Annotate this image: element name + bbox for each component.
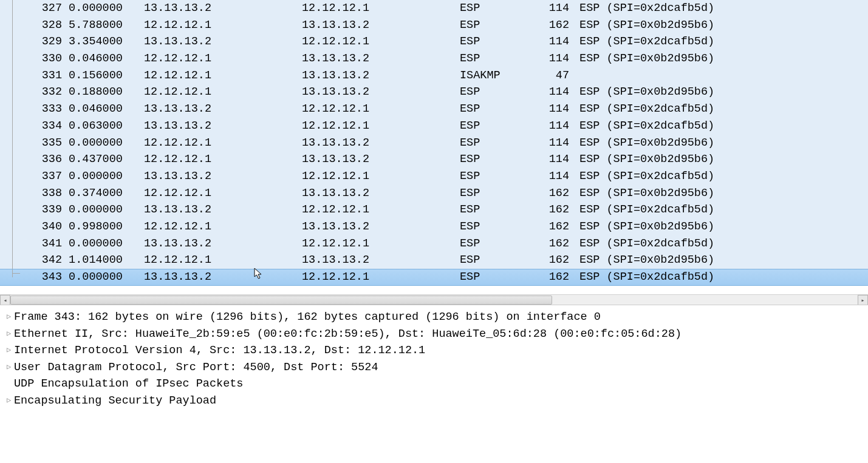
packet-destination: 13.13.13.2 <box>302 135 460 152</box>
packet-source: 13.13.13.2 <box>135 0 302 17</box>
packet-protocol: ESP <box>460 168 527 185</box>
packet-info: ESP (SPI=0x2dcafb5d) <box>573 168 714 185</box>
packet-destination: 12.12.12.1 <box>302 118 460 135</box>
packet-info: ESP (SPI=0x0b2d95b6) <box>573 17 714 34</box>
tree-marker-icon <box>12 33 18 50</box>
packet-info: ESP (SPI=0x0b2d95b6) <box>573 50 714 67</box>
packet-time: 0.998000 <box>62 218 135 235</box>
packet-protocol: ESP <box>460 185 527 202</box>
packet-row[interactable]: 334 0.06300013.13.13.212.12.12.1ESP114 E… <box>0 118 868 135</box>
packet-info: ESP (SPI=0x0b2d95b6) <box>573 252 714 269</box>
packet-info: ESP (SPI=0x0b2d95b6) <box>573 84 714 101</box>
packet-protocol: ESP <box>460 218 527 235</box>
packet-list-pane[interactable]: 327 0.00000013.13.13.212.12.12.1ESP114 E… <box>0 0 868 295</box>
packet-row[interactable]: 337 0.00000013.13.13.212.12.12.1ESP114 E… <box>0 168 868 185</box>
packet-source: 13.13.13.2 <box>135 118 302 135</box>
packet-row[interactable]: 341 0.00000013.13.13.212.12.12.1ESP162 E… <box>0 235 868 252</box>
packet-info: ESP (SPI=0x2dcafb5d) <box>573 33 714 50</box>
detail-row[interactable]: ▷Internet Protocol Version 4, Src: 13.13… <box>0 342 868 359</box>
packet-no: 336 <box>32 151 62 168</box>
packet-protocol: ESP <box>460 33 527 50</box>
packet-destination: 12.12.12.1 <box>302 269 460 286</box>
detail-row[interactable]: ▷Frame 343: 162 bytes on wire (1296 bits… <box>0 309 868 326</box>
packet-source: 12.12.12.1 <box>135 252 302 269</box>
packet-row[interactable]: 331 0.15600012.12.12.113.13.13.2ISAKMP47 <box>0 67 868 84</box>
packet-row[interactable]: 332 0.18800012.12.12.113.13.13.2ESP114 E… <box>0 84 868 101</box>
packet-no: 338 <box>32 185 62 202</box>
packet-info: ESP (SPI=0x0b2d95b6) <box>573 218 714 235</box>
packet-destination: 12.12.12.1 <box>302 33 460 50</box>
packet-row[interactable]: 340 0.99800012.12.12.113.13.13.2ESP162 E… <box>0 218 868 235</box>
packet-source: 13.13.13.2 <box>135 201 302 218</box>
packet-row[interactable]: 329 3.35400013.13.13.212.12.12.1ESP114 E… <box>0 33 868 50</box>
expander-icon[interactable]: ▷ <box>5 309 13 326</box>
scroll-right-button[interactable]: ▸ <box>858 295 868 305</box>
packet-row[interactable]: 333 0.04600013.13.13.212.12.12.1ESP114 E… <box>0 101 868 118</box>
packet-row[interactable]: 328 5.78800012.12.12.113.13.13.2ESP162 E… <box>0 17 868 34</box>
packet-row[interactable]: 342 1.01400012.12.12.113.13.13.2ESP162 E… <box>0 252 868 269</box>
packet-time: 0.000000 <box>62 168 135 185</box>
packet-destination: 13.13.13.2 <box>302 185 460 202</box>
detail-row[interactable]: ▷User Datagram Protocol, Src Port: 4500,… <box>0 359 868 376</box>
expander-icon[interactable]: ▷ <box>5 326 13 343</box>
packet-time: 5.788000 <box>62 17 135 34</box>
packet-destination: 12.12.12.1 <box>302 168 460 185</box>
packet-length: 114 <box>527 101 573 118</box>
packet-row[interactable]: 343 0.00000013.13.13.212.12.12.1ESP162 E… <box>0 269 868 286</box>
tree-marker-icon <box>12 135 18 152</box>
tree-marker-icon <box>12 269 18 277</box>
expander-icon[interactable]: ▷ <box>5 393 13 410</box>
scroll-left-button[interactable]: ◂ <box>0 295 10 305</box>
packet-info: ESP (SPI=0x0b2d95b6) <box>573 135 714 152</box>
expander-icon[interactable]: ▷ <box>5 342 13 359</box>
packet-no: 339 <box>32 201 62 218</box>
packet-length: 47 <box>527 67 573 84</box>
tree-marker-icon <box>12 168 18 185</box>
packet-destination: 13.13.13.2 <box>302 17 460 34</box>
detail-row[interactable]: ▷Ethernet II, Src: HuaweiTe_2b:59:e5 (00… <box>0 326 868 343</box>
tree-marker-icon <box>12 235 18 252</box>
packet-details-pane[interactable]: ▷Frame 343: 162 bytes on wire (1296 bits… <box>0 305 868 463</box>
detail-row[interactable]: ▷UDP Encapsulation of IPsec Packets <box>0 376 868 393</box>
detail-text: Frame 343: 162 bytes on wire (1296 bits)… <box>14 309 601 326</box>
packet-protocol: ESP <box>460 269 527 286</box>
packet-length: 162 <box>527 185 573 202</box>
packet-length: 114 <box>527 84 573 101</box>
packet-no: 328 <box>32 17 62 34</box>
packet-row[interactable]: 327 0.00000013.13.13.212.12.12.1ESP114 E… <box>0 0 868 17</box>
packet-time: 3.354000 <box>62 33 135 50</box>
packet-destination: 13.13.13.2 <box>302 218 460 235</box>
packet-source: 12.12.12.1 <box>135 84 302 101</box>
detail-row[interactable]: ▷Encapsulating Security Payload <box>0 393 868 410</box>
detail-text: Internet Protocol Version 4, Src: 13.13.… <box>14 342 425 359</box>
packet-time: 0.188000 <box>62 84 135 101</box>
packet-row[interactable]: 335 0.00000012.12.12.113.13.13.2ESP114 E… <box>0 135 868 152</box>
packet-row[interactable]: 338 0.37400012.12.12.113.13.13.2ESP162 E… <box>0 185 868 202</box>
packet-destination: 13.13.13.2 <box>302 67 460 84</box>
packet-destination: 13.13.13.2 <box>302 252 460 269</box>
packet-source: 12.12.12.1 <box>135 50 302 67</box>
tree-marker-icon <box>12 17 18 34</box>
detail-text: Encapsulating Security Payload <box>14 393 216 410</box>
packet-row[interactable]: 339 0.00000013.13.13.212.12.12.1ESP162 E… <box>0 201 868 218</box>
packet-length: 114 <box>527 118 573 135</box>
scroll-track[interactable] <box>10 295 858 305</box>
packet-info: ESP (SPI=0x0b2d95b6) <box>573 151 714 168</box>
packet-protocol: ESP <box>460 17 527 34</box>
scroll-thumb[interactable] <box>10 296 552 305</box>
packet-time: 0.374000 <box>62 185 135 202</box>
packet-time: 0.156000 <box>62 67 135 84</box>
packet-source: 12.12.12.1 <box>135 185 302 202</box>
packet-no: 332 <box>32 84 62 101</box>
packet-source: 12.12.12.1 <box>135 151 302 168</box>
packet-protocol: ESP <box>460 118 527 135</box>
packet-protocol: ESP <box>460 101 527 118</box>
expander-icon[interactable]: ▷ <box>5 359 13 376</box>
tree-marker-icon <box>12 101 18 118</box>
tree-marker-icon <box>12 84 18 101</box>
packet-row[interactable]: 330 0.04600012.12.12.113.13.13.2ESP114 E… <box>0 50 868 67</box>
packet-row[interactable]: 336 0.43700012.12.12.113.13.13.2ESP114 E… <box>0 151 868 168</box>
packet-length: 162 <box>527 252 573 269</box>
packet-no: 327 <box>32 0 62 17</box>
packet-info: ESP (SPI=0x2dcafb5d) <box>573 118 714 135</box>
